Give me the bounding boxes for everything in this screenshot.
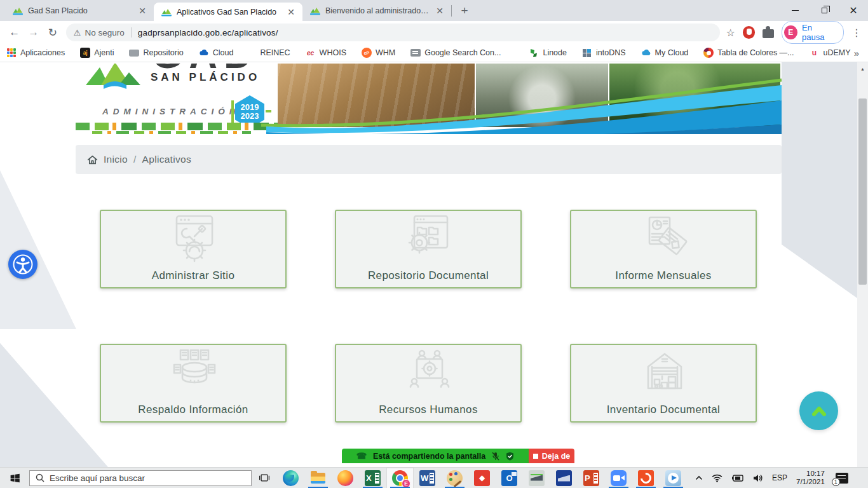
decorative-shape: [782, 62, 857, 361]
stop-label: Deja de: [542, 452, 570, 461]
card-recursos-humanos[interactable]: Recursos Humanos: [335, 344, 522, 423]
bookmark-search-console[interactable]: Google Search Con...: [410, 48, 501, 57]
page-scrollbar[interactable]: ▲: [857, 62, 868, 467]
taskbar-app-media-player[interactable]: [660, 468, 687, 488]
cloud-icon: [199, 48, 209, 58]
tab-title: Gad San Placido: [28, 6, 132, 15]
minimize-button[interactable]: [780, 0, 810, 21]
browser-toolbar: ← → ↻ ⚠ No seguro gadprsanplacido.gob.ec…: [0, 21, 868, 44]
tray-show-hidden-icons[interactable]: [691, 468, 707, 488]
gad-favicon-icon: [161, 7, 172, 17]
bookmark-tabla-colores[interactable]: Tabla de Colores —...: [703, 48, 794, 58]
edge-icon: [283, 470, 299, 486]
card-administrar-sitio[interactable]: Administrar Sitio: [100, 210, 287, 288]
taskbar-app-excel[interactable]: X: [359, 468, 386, 488]
taskbar-app-foxit[interactable]: [632, 468, 660, 488]
taskbar-app-chrome[interactable]: E: [386, 468, 414, 488]
page-viewport: GAD SAN PLÁCIDO ADMINISTRACIÓN 2019 2023…: [0, 62, 868, 467]
back-button[interactable]: ←: [5, 26, 24, 39]
bookmark-whois[interactable]: ec WHOIS: [306, 48, 346, 58]
bookmark-star-icon[interactable]: ☆: [726, 27, 735, 39]
bookmark-repositorio[interactable]: Repositorio: [129, 48, 183, 57]
bookmark-ajenti[interactable]: aj Ajenti: [80, 48, 114, 58]
tab-close-icon[interactable]: ✕: [286, 6, 296, 18]
card-repositorio-documental[interactable]: Repositorio Documental: [335, 210, 522, 288]
home-icon[interactable]: [87, 154, 98, 165]
breadcrumb-home[interactable]: Inicio: [104, 154, 128, 165]
battery-plug-icon: [731, 475, 744, 482]
taskbar-search-input[interactable]: [50, 473, 245, 483]
accessibility-widget-button[interactable]: [8, 250, 37, 279]
extensions-puzzle-icon[interactable]: [763, 29, 773, 38]
new-tab-button[interactable]: +: [456, 2, 473, 20]
card-label: Inventario Documental: [607, 403, 721, 416]
decorative-shape: [0, 329, 108, 467]
tray-action-center[interactable]: 1: [831, 468, 853, 488]
apps-grid-icon: [6, 48, 17, 58]
taskbar-app-firefox[interactable]: [332, 468, 359, 488]
bookmark-whm[interactable]: cP WHM: [362, 48, 395, 58]
adblock-extension-icon[interactable]: [743, 26, 755, 39]
tab-aplicativos[interactable]: Aplicativos Gad San Placido ✕: [154, 3, 302, 21]
tray-volume[interactable]: [749, 468, 768, 488]
bookmark-linode[interactable]: Linode: [529, 48, 567, 58]
whois-ec-icon: ec: [306, 48, 316, 58]
start-button[interactable]: [0, 468, 29, 488]
card-respaldo-informacion[interactable]: Respaldo Información: [100, 344, 287, 423]
tray-language[interactable]: ESP: [768, 468, 792, 488]
forward-button[interactable]: →: [24, 26, 43, 39]
taskbar-app-file-explorer[interactable]: [304, 468, 332, 488]
taskbar-app-powerpoint[interactable]: P: [578, 468, 605, 488]
restore-button[interactable]: [810, 0, 839, 21]
card-informe-mensuales[interactable]: Informe Mensuales: [570, 210, 757, 288]
bookmark-reinec[interactable]: REINEC: [260, 48, 290, 57]
notification-badge: 1: [832, 478, 840, 486]
tab-close-icon[interactable]: ✕: [137, 5, 147, 17]
excel-icon: X: [365, 470, 381, 486]
taskbar-app-outlook[interactable]: O: [496, 468, 523, 488]
speaker-icon: [753, 474, 763, 482]
scan-utility-icon: [556, 470, 572, 486]
tray-wifi[interactable]: [707, 468, 727, 488]
task-view-icon: [259, 473, 270, 483]
chevron-up-icon: [810, 405, 829, 417]
taskbar-app-red-diamond[interactable]: ◆: [468, 468, 496, 488]
scrollbar-thumb[interactable]: [858, 98, 867, 285]
taskbar-app-word[interactable]: W: [414, 468, 441, 488]
tray-battery[interactable]: [727, 468, 749, 488]
tab-administrador[interactable]: Bienvenido al administrador de I ✕: [302, 0, 451, 21]
foxit-pdf-icon: [638, 470, 654, 486]
bookmark-intodns[interactable]: intoDNS: [582, 48, 626, 58]
tab-close-icon[interactable]: ✕: [435, 5, 445, 17]
taskbar-app-scanner[interactable]: [523, 468, 550, 488]
scroll-to-top-button[interactable]: [799, 391, 838, 430]
browser-menu-icon[interactable]: ⋮: [851, 27, 862, 39]
bookmark-cloud[interactable]: Cloud: [199, 48, 234, 58]
tray-clock[interactable]: 10:17 7/1/2021: [792, 468, 831, 488]
bookmarks-overflow-icon[interactable]: »: [854, 48, 859, 58]
profile-button[interactable]: E En pausa: [782, 21, 844, 44]
tab-title: Bienvenido al administrador de I: [325, 6, 430, 15]
bookmark-udemy[interactable]: u uDEMY: [810, 48, 851, 58]
taskbar-app-scan-utility[interactable]: [550, 468, 578, 488]
tab-gad-san-placido[interactable]: Gad San Placido ✕: [5, 0, 154, 21]
address-bar[interactable]: ⚠ No seguro gadprsanplacido.gob.ec/aplic…: [66, 24, 720, 41]
security-chip[interactable]: ⚠ No seguro: [74, 28, 125, 37]
scrollbar-up-arrow[interactable]: ▲: [857, 65, 868, 72]
profile-status: En pausa: [802, 23, 836, 42]
chevron-up-icon: [695, 475, 703, 480]
taskbar-app-zoom[interactable]: [605, 468, 632, 488]
bookmark-aplicaciones[interactable]: Aplicaciones: [6, 48, 65, 58]
task-view-button[interactable]: [252, 468, 277, 488]
bookmark-my-cloud[interactable]: My Cloud: [641, 48, 689, 58]
close-button[interactable]: ✕: [839, 0, 868, 21]
taskbar-app-edge[interactable]: [277, 468, 304, 488]
omnibox-divider: [131, 27, 132, 37]
data-backup-icon: [101, 348, 285, 398]
card-inventario-documental[interactable]: Inventario Documental: [570, 344, 757, 423]
taskbar-search[interactable]: [29, 470, 252, 486]
stop-sharing-button[interactable]: Deja de: [529, 449, 574, 463]
taskbar-app-paint[interactable]: [441, 468, 468, 488]
reload-button[interactable]: ↻: [43, 26, 62, 39]
chrome-icon: E: [392, 470, 408, 486]
